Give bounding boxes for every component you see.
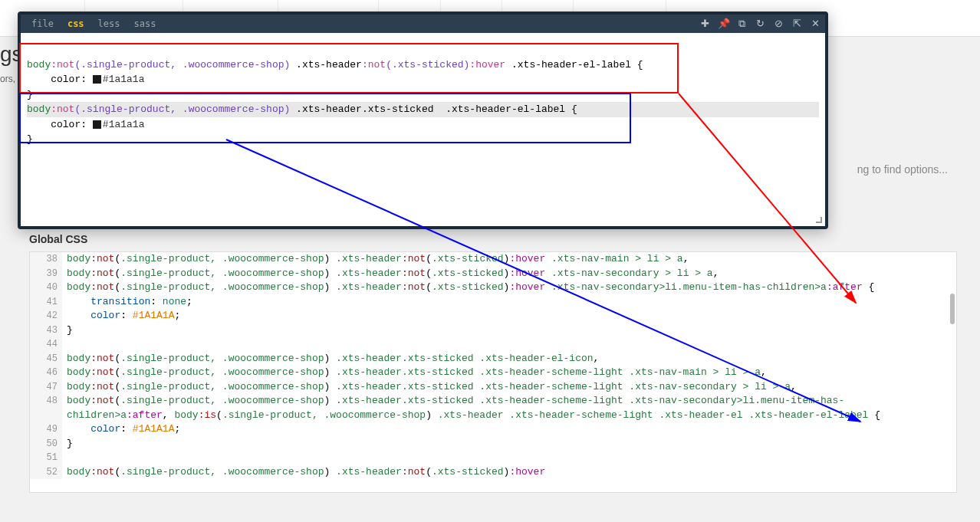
line-number xyxy=(30,409,58,423)
code-line[interactable]: body:not(.single-product, .woocommerce-s… xyxy=(67,366,956,380)
popup-tab-css[interactable]: css xyxy=(61,16,90,31)
code-line[interactable]: transition: none; xyxy=(67,295,956,310)
code-line[interactable]: color: #1A1A1A; xyxy=(67,422,956,437)
global-css-editor[interactable]: 383940414243444546474849505152 body:not(… xyxy=(29,251,957,493)
color-swatch-icon xyxy=(93,75,101,84)
line-number: 38 xyxy=(30,252,58,267)
line-number: 44 xyxy=(30,337,58,352)
refresh-icon[interactable]: ↻ xyxy=(755,18,765,30)
line-number: 47 xyxy=(30,380,58,395)
resize-handle-icon[interactable] xyxy=(813,214,822,223)
line-number: 49 xyxy=(30,422,58,437)
line-number: 50 xyxy=(30,437,58,451)
global-css-section: Global CSS 38394041424344454647484950515… xyxy=(29,233,957,493)
code-line[interactable]: children>a:after, body:is(.single-produc… xyxy=(67,409,956,423)
code-line[interactable] xyxy=(67,451,956,465)
subtitle-fragment: ors, xyxy=(0,74,15,84)
code-line[interactable]: body:not(.single-product, .woocommerce-s… xyxy=(67,352,956,366)
pin-icon[interactable]: 📌 xyxy=(718,18,728,30)
line-number: 43 xyxy=(30,323,58,338)
search-placeholder-fragment: ng to find options... xyxy=(857,163,948,176)
line-number: 52 xyxy=(30,465,58,480)
plus-icon[interactable]: ✚ xyxy=(699,18,710,30)
line-number: 51 xyxy=(30,451,58,465)
popup-tabbar: filecsslesssass ✚📌⧉↻⊘⇱✕ xyxy=(21,15,825,33)
line-number: 41 xyxy=(30,295,58,310)
global-css-title: Global CSS xyxy=(29,233,957,245)
line-number: 40 xyxy=(30,281,58,295)
code-line[interactable]: color: #1A1A1A; xyxy=(67,309,956,323)
block-icon[interactable]: ⊘ xyxy=(773,18,784,30)
line-number: 46 xyxy=(30,366,58,380)
popout-icon[interactable]: ⧉ xyxy=(736,18,747,30)
code-line[interactable]: } xyxy=(67,437,956,451)
popup-tab-less[interactable]: less xyxy=(92,16,127,31)
code-line[interactable]: body:not(.single-product, .woocommerce-s… xyxy=(67,380,956,395)
code-line[interactable]: body:not(.single-product, .woocommerce-s… xyxy=(67,465,956,480)
css-inspector-popup: filecsslesssass ✚📌⧉↻⊘⇱✕ body:not(.single… xyxy=(18,11,828,229)
code-line[interactable]: } xyxy=(67,323,956,338)
line-number: 39 xyxy=(30,267,58,281)
line-number: 42 xyxy=(30,309,58,323)
restore-icon[interactable]: ⇱ xyxy=(791,18,802,30)
code-line[interactable]: body:not(.single-product, .woocommerce-s… xyxy=(67,252,956,267)
code-line[interactable]: body:not(.single-product, .woocommerce-s… xyxy=(67,394,956,409)
code-line[interactable] xyxy=(67,337,956,352)
line-number: 45 xyxy=(30,352,58,366)
line-number: 48 xyxy=(30,394,58,409)
code-line[interactable]: body:not(.single-product, .woocommerce-s… xyxy=(67,281,956,295)
close-icon[interactable]: ✕ xyxy=(810,18,821,30)
color-swatch-icon xyxy=(93,120,101,129)
code-line[interactable]: body:not(.single-product, .woocommerce-s… xyxy=(67,267,956,281)
popup-code-area[interactable]: body:not(.single-product, .woocommerce-s… xyxy=(21,33,825,226)
popup-tab-file[interactable]: file xyxy=(25,16,60,31)
scrollbar-thumb[interactable] xyxy=(950,294,955,324)
popup-tab-sass[interactable]: sass xyxy=(128,16,163,31)
